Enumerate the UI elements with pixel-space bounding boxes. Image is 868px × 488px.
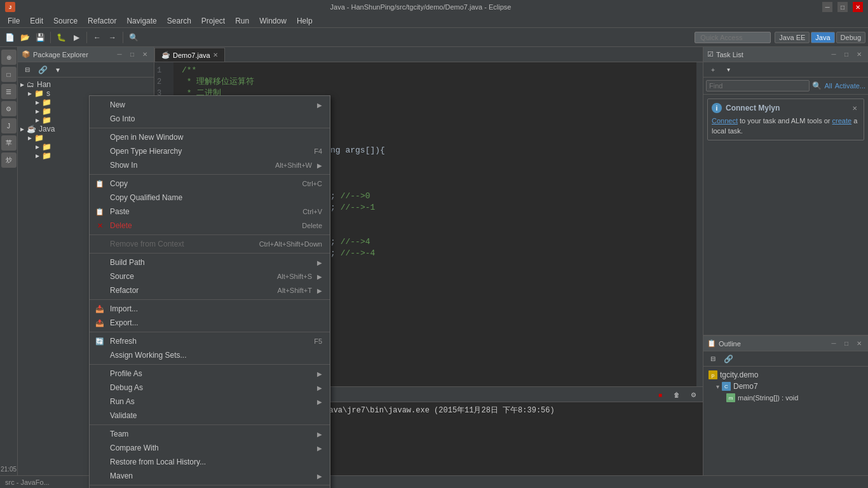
connect-mylyn-header: i Connect Mylyn ✕ <box>712 103 860 113</box>
task-activate-label[interactable]: Activate... <box>835 82 865 90</box>
menu-project[interactable]: Project <box>196 15 230 27</box>
ctx-sep-1 <box>90 128 330 128</box>
pe-collapse-btn[interactable]: ⊟ <box>20 63 34 77</box>
perspective-java[interactable]: Java <box>811 32 834 43</box>
outline-collapse-btn[interactable]: ⊟ <box>706 352 720 366</box>
outline-link-btn[interactable]: 🔗 <box>721 352 735 366</box>
toolbar-search[interactable]: 🔍 <box>126 30 140 44</box>
connect-mylyn-close[interactable]: ✕ <box>850 103 860 113</box>
ctx-delete[interactable]: ✕ Delete Delete <box>90 219 330 233</box>
menu-file[interactable]: File <box>3 15 25 27</box>
ctx-refresh[interactable]: 🔄 Refresh F5 <box>90 334 330 348</box>
sidebar-icon-1[interactable]: ⊕ <box>1 50 17 65</box>
menu-window[interactable]: Window <box>254 15 292 27</box>
method-icon: m <box>726 393 735 402</box>
ctx-show-in[interactable]: Show In Alt+Shift+W ▶ <box>90 158 330 172</box>
ctx-profile-as[interactable]: Profile As ▶ <box>90 367 330 381</box>
ctx-copy[interactable]: 📋 Copy Ctrl+C <box>90 177 330 191</box>
sidebar-icon-2[interactable]: □ <box>1 67 17 82</box>
package-explorer-minimize[interactable]: ─ <box>114 50 125 60</box>
ctx-import[interactable]: 📥 Import... <box>90 302 330 316</box>
menu-search[interactable]: Search <box>162 15 196 27</box>
task-filter-btn[interactable]: ▾ <box>721 63 735 77</box>
ctx-team[interactable]: Team ▶ <box>90 427 330 441</box>
ctx-validate[interactable]: Validate <box>90 409 330 423</box>
editor-scroll-v[interactable] <box>696 62 703 386</box>
toolbar-open[interactable]: 📂 <box>18 30 32 44</box>
sidebar-icon-6[interactable]: 苹 <box>1 135 17 151</box>
ctx-open-window[interactable]: Open in New Window <box>90 130 330 144</box>
ctx-restore-history[interactable]: Restore from Local History... <box>90 455 330 469</box>
ctx-compare-with[interactable]: Compare With ▶ <box>90 441 330 455</box>
menu-run[interactable]: Run <box>230 15 254 27</box>
toolbar-debug[interactable]: 🐛 <box>54 30 68 44</box>
console-clear[interactable]: 🗑 <box>670 388 684 402</box>
task-list-minimize[interactable]: ─ <box>829 50 839 60</box>
ctx-open-hierarchy[interactable]: Open Type Hierarchy F4 <box>90 144 330 158</box>
package-explorer-header: 📦 Package Explorer ─ □ ✕ <box>18 47 154 62</box>
maximize-button[interactable]: □ <box>837 2 848 12</box>
toolbar-back[interactable]: ← <box>90 30 104 44</box>
outline-icon: 📋 <box>707 339 716 348</box>
outline-close[interactable]: ✕ <box>854 339 864 349</box>
ctx-new[interactable]: New ▶ <box>90 98 330 112</box>
ctx-paste[interactable]: 📋 Paste Ctrl+V <box>90 205 330 219</box>
toolbar-save[interactable]: 💾 <box>33 30 47 44</box>
quick-access-input[interactable] <box>695 32 771 43</box>
outline-item-cls[interactable]: ▾ C Demo7 <box>706 381 865 392</box>
toolbar-forward[interactable]: → <box>105 30 119 44</box>
menu-help[interactable]: Help <box>292 15 318 27</box>
package-explorer-title: Package Explorer <box>33 51 112 58</box>
toolbar-run[interactable]: ▶ <box>69 30 83 44</box>
editor-tab-demo7[interactable]: ☕ Demo7.java ✕ <box>154 48 225 62</box>
pe-menu-btn[interactable]: ▾ <box>51 63 65 77</box>
ctx-export[interactable]: 📤 Export... <box>90 316 330 330</box>
status-text: src - JavaFo... <box>5 478 50 486</box>
ctx-run-as[interactable]: Run As ▶ <box>90 395 330 409</box>
ctx-debug-as[interactable]: Debug As ▶ <box>90 381 330 395</box>
outline-item-pkg[interactable]: p tgcity.demo <box>706 369 865 381</box>
package-explorer-close[interactable]: ✕ <box>140 50 150 60</box>
minimize-button[interactable]: ─ <box>822 2 832 12</box>
task-new-btn[interactable]: ＋ <box>706 63 720 77</box>
perspective-java-ee[interactable]: Java EE <box>775 32 810 43</box>
outline-maximize[interactable]: □ <box>841 339 851 349</box>
menu-edit[interactable]: Edit <box>25 15 48 27</box>
package-explorer-toolbar: ⊟ 🔗 ▾ <box>18 62 154 78</box>
ctx-copy-qualified[interactable]: Copy Qualified Name <box>90 191 330 205</box>
sidebar-icon-4[interactable]: ⚙ <box>1 101 17 116</box>
perspective-debug[interactable]: Debug <box>836 32 865 43</box>
tree-item-han[interactable]: ▸🗂Han <box>20 80 151 89</box>
menu-source[interactable]: Source <box>48 15 83 27</box>
outline-title: Outline <box>719 340 826 348</box>
package-explorer-icon: 📦 <box>22 50 31 58</box>
connect-link[interactable]: Connect <box>712 117 738 125</box>
ctx-source[interactable]: Source Alt+Shift+S ▶ <box>90 269 330 283</box>
task-find-input[interactable] <box>706 80 810 92</box>
ctx-go-into[interactable]: Go Into <box>90 112 330 126</box>
sidebar-icon-3[interactable]: ☰ <box>1 84 17 99</box>
sidebar-icon-7[interactable]: 炒 <box>1 152 17 168</box>
create-link[interactable]: create <box>832 117 852 125</box>
sidebar-icon-5[interactable]: J <box>1 118 17 133</box>
outline-minimize[interactable]: ─ <box>829 339 839 349</box>
console-settings[interactable]: ⚙ <box>686 388 700 402</box>
close-button[interactable]: ✕ <box>853 2 863 12</box>
ctx-maven[interactable]: Maven ▶ <box>90 469 330 483</box>
task-list-maximize[interactable]: □ <box>841 50 851 60</box>
ctx-assign-working-sets[interactable]: Assign Working Sets... <box>90 348 330 362</box>
task-all-label[interactable]: All <box>824 82 832 90</box>
toolbar-new[interactable]: 📄 <box>3 30 17 44</box>
task-list-close[interactable]: ✕ <box>854 50 864 60</box>
menu-refactor[interactable]: Refactor <box>83 15 121 27</box>
ctx-refactor[interactable]: Refactor Alt+Shift+T ▶ <box>90 283 330 297</box>
outline-item-method[interactable]: m main(String[]) : void <box>706 392 865 403</box>
package-explorer-maximize[interactable]: □ <box>127 50 137 60</box>
ctx-build-path[interactable]: Build Path ▶ <box>90 255 330 269</box>
menu-navigate[interactable]: Navigate <box>121 15 161 27</box>
pe-link-btn[interactable]: 🔗 <box>36 63 50 77</box>
editor-tab-close[interactable]: ✕ <box>213 51 218 58</box>
console-terminate[interactable]: ■ <box>653 388 667 402</box>
ctx-sep-9 <box>90 485 330 485</box>
export-icon: 📤 <box>95 318 105 328</box>
